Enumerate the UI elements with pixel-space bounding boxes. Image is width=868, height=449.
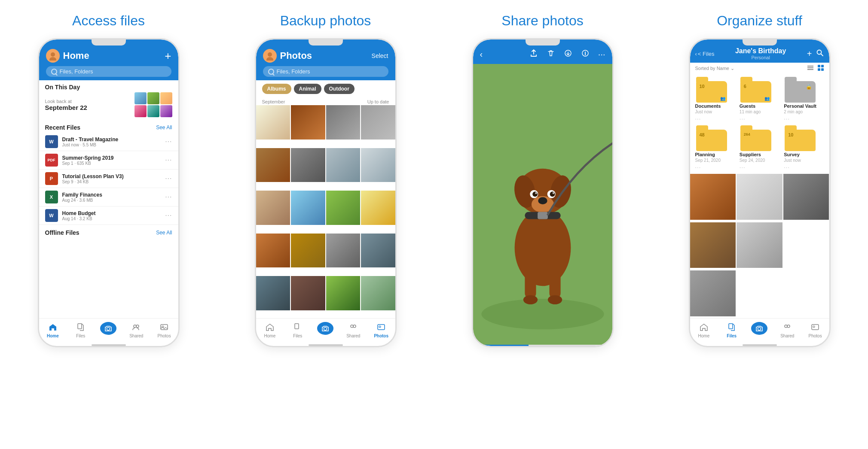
photo-cell-20[interactable]	[361, 276, 395, 310]
file-item-0[interactable]: W Draft - Travel Magazine Just now · 5.5…	[39, 133, 178, 151]
nav-camera[interactable]	[95, 322, 122, 338]
folder-item-1[interactable]: 6 👥 Guests 11 min ago ···	[740, 78, 779, 122]
org-photo-5[interactable]	[737, 222, 782, 268]
album-tab-2[interactable]: Outdoor	[324, 84, 355, 94]
org-camera-btn[interactable]	[751, 322, 767, 335]
ot-photo-3	[160, 92, 172, 104]
photo-cell-18[interactable]	[291, 276, 325, 310]
org-nav-photos[interactable]: Photos	[801, 322, 829, 338]
photo-cell-7[interactable]	[326, 148, 361, 182]
file-dots-3[interactable]: ···	[165, 193, 172, 201]
folder-dots-3[interactable]: ···	[695, 164, 701, 170]
photo-cell-2[interactable]	[291, 105, 325, 140]
folder-dots-4[interactable]: ···	[740, 164, 746, 170]
photo-cell-1[interactable]	[256, 105, 290, 140]
sort-label: Sorted by Name ⌄	[695, 66, 735, 71]
org-photo-6[interactable]	[690, 270, 736, 316]
org-nav-home[interactable]: Home	[690, 322, 718, 338]
column-title-access: Access files	[72, 13, 145, 29]
org-search-button[interactable]	[816, 49, 824, 59]
folder-tab-4	[740, 125, 752, 130]
photo-cell-3[interactable]	[326, 105, 361, 140]
info-button[interactable]	[581, 49, 590, 60]
photos-nav-home[interactable]: Home	[256, 322, 284, 338]
download-button[interactable]	[564, 49, 572, 60]
folder-item-0[interactable]: 10 👥 Documents Just now ···	[695, 78, 735, 122]
file-info-3: Family Finances Aug 24 · 3.6 MB	[62, 192, 161, 203]
photo-cell-16[interactable]	[361, 234, 395, 268]
folder-item-4[interactable]: 264 Suppliers Sep 24, 2020 ···	[740, 126, 779, 170]
home-search-bar[interactable]: Files, Folders	[46, 66, 171, 77]
folder-tab-2	[785, 77, 797, 82]
more-button[interactable]: ···	[598, 49, 605, 60]
photo-cell-17[interactable]	[256, 276, 290, 310]
photos-nav-photos[interactable]: Photos	[367, 322, 395, 338]
photo-cell-15[interactable]	[326, 234, 361, 268]
file-item-2[interactable]: P Tutorial (Lesson Plan V3) Sep 9 · 34 K…	[39, 170, 178, 188]
photo-cell-14[interactable]	[291, 234, 325, 268]
file-item-4[interactable]: W Home Budget Aug 14 · 3.2 KB ···	[39, 206, 178, 225]
photos-nav-camera[interactable]	[312, 322, 339, 338]
folder-item-3[interactable]: 48 Planning Sep 21, 2020 ···	[695, 126, 735, 170]
photos-search-bar[interactable]: Files, Folders	[263, 66, 388, 77]
file-dots-2[interactable]: ···	[165, 175, 172, 182]
back-button[interactable]: ‹	[480, 49, 483, 59]
folder-dots-1[interactable]: ···	[740, 115, 746, 122]
photos-uptodate: Up to date	[367, 99, 389, 104]
org-nav-files[interactable]: Files	[718, 322, 746, 338]
delete-button[interactable]	[547, 49, 555, 60]
file-item-3[interactable]: X Family Finances Aug 24 · 3.6 MB ···	[39, 188, 178, 206]
add-button[interactable]: +	[165, 50, 171, 61]
share-button[interactable]	[529, 49, 538, 60]
folder-dots-2[interactable]: ···	[784, 115, 790, 122]
photo-cell-8[interactable]	[361, 148, 395, 182]
org-add-button[interactable]: +	[807, 49, 812, 59]
photo-cell-12[interactable]	[361, 191, 395, 225]
photo-cell-4[interactable]	[361, 105, 395, 140]
file-dots-1[interactable]: ···	[165, 156, 172, 164]
org-view-icons	[807, 64, 824, 73]
org-photo-4[interactable]	[690, 222, 736, 268]
file-item-1[interactable]: PDF Summer-Spring 2019 Sep 1 · 635 KB ··…	[39, 151, 178, 170]
offline-see-all[interactable]: See All	[156, 230, 172, 236]
breadcrumb[interactable]: ‹ < Files	[695, 51, 715, 57]
album-tab-0[interactable]: Albums	[262, 84, 291, 94]
file-dots-4[interactable]: ···	[165, 212, 172, 219]
folder-dots-5[interactable]: ···	[784, 164, 790, 170]
svg-point-51	[813, 326, 815, 328]
org-photo-2[interactable]	[737, 174, 782, 220]
photo-cell-6[interactable]	[291, 148, 325, 182]
org-nav-camera[interactable]	[746, 322, 773, 338]
nav-files[interactable]: Files	[67, 322, 95, 338]
photo-cell-13[interactable]	[256, 234, 290, 268]
ph-camera-btn[interactable]	[317, 322, 333, 335]
folder-item-2[interactable]: 🔒 Personal Vault 2 min ago ···	[784, 78, 824, 122]
photo-cell-19[interactable]	[326, 276, 361, 310]
org-nav-shared[interactable]: Shared	[773, 322, 801, 338]
photo-cell-11[interactable]	[326, 191, 361, 225]
org-nav-shared-label: Shared	[780, 334, 794, 338]
file-name-0: Draft - Travel Magazine	[62, 137, 161, 143]
ot-photo-2	[147, 92, 159, 104]
folder-dots-0[interactable]: ···	[695, 115, 701, 122]
camera-nav-btn[interactable]	[100, 322, 116, 335]
grid-view-button[interactable]	[817, 64, 824, 73]
nav-photos[interactable]: Photos	[150, 322, 178, 338]
list-view-button[interactable]	[807, 64, 814, 73]
org-photo-3[interactable]	[783, 174, 829, 220]
recent-see-all[interactable]: See All	[156, 124, 172, 130]
album-tab-1[interactable]: Animal	[294, 84, 321, 94]
file-dots-0[interactable]: ···	[165, 138, 172, 146]
photo-cell-10[interactable]	[291, 191, 325, 225]
folder-item-5[interactable]: 10 Survey Just now ···	[784, 126, 824, 170]
nav-shared[interactable]: Shared	[122, 322, 150, 338]
org-photo-1[interactable]	[690, 174, 736, 220]
column-title-share: Share photos	[501, 13, 583, 29]
nav-home[interactable]: Home	[39, 322, 67, 338]
photos-nav-files[interactable]: Files	[284, 322, 312, 338]
photos-nav-shared[interactable]: Shared	[339, 322, 367, 338]
photo-cell-9[interactable]	[256, 191, 290, 225]
folder-body-1: 6 👥	[740, 81, 771, 103]
select-button[interactable]: Select	[372, 52, 388, 59]
photo-cell-5[interactable]	[256, 148, 290, 182]
